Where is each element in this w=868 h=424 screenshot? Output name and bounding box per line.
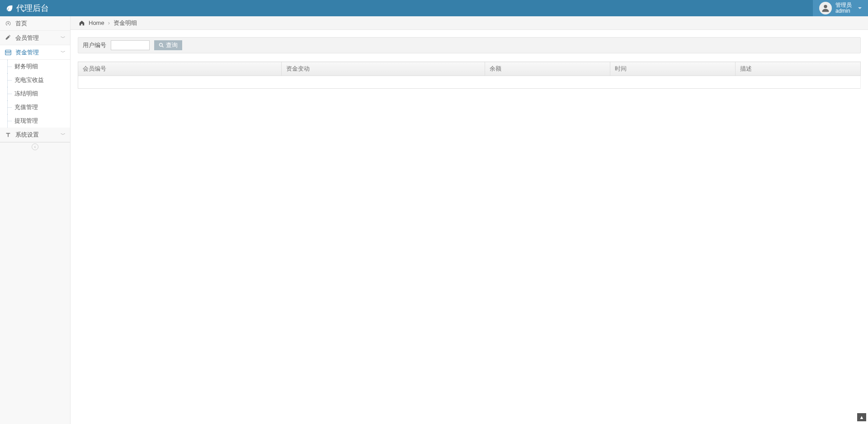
- chevron-down-icon: ﹀: [61, 131, 66, 138]
- col-fund-change: 资金变动: [282, 62, 485, 76]
- user-menu[interactable]: 管理员 admin: [813, 0, 868, 16]
- scroll-to-top-button[interactable]: ▲: [857, 413, 866, 421]
- sidebar-collapse-toggle[interactable]: ‹: [0, 142, 70, 151]
- submenu-item-label: 提现管理: [14, 117, 38, 125]
- svg-rect-5: [9, 52, 10, 53]
- funds-table: 会员编号 资金变动 余额 时间 描述: [78, 62, 861, 89]
- submenu-item-label: 冻结明细: [14, 90, 38, 98]
- sidebar: 首页 会员管理 ﹀ 资金管理 ﹀ 财务明细 充电宝收益 冻结明细 充值管理: [0, 16, 71, 424]
- submenu-item-label: 充电宝收益: [14, 76, 44, 84]
- home-icon: [79, 20, 85, 26]
- submenu-item-powerbank-income[interactable]: 充电宝收益: [0, 73, 70, 87]
- main: Home › 资金明细 用户编号 查询 会员编号 资金变动: [71, 16, 868, 424]
- empty-cell: [78, 76, 861, 89]
- filter-bar: 用户编号 查询: [78, 37, 861, 53]
- sidebar-item-funds[interactable]: 资金管理 ﹀: [0, 45, 70, 60]
- breadcrumb-current: 资金明细: [113, 19, 137, 27]
- col-description: 描述: [736, 62, 861, 76]
- submenu-item-finance-detail[interactable]: 财务明细: [0, 60, 70, 73]
- submenu-item-withdraw[interactable]: 提现管理: [0, 114, 70, 128]
- breadcrumb: Home › 资金明细: [71, 16, 868, 30]
- col-member-id: 会员编号: [78, 62, 282, 76]
- dashboard-icon: [5, 20, 12, 27]
- text-icon: [5, 131, 12, 138]
- sidebar-item-home[interactable]: 首页: [0, 16, 70, 31]
- submenu-item-frozen-detail[interactable]: 冻结明细: [0, 87, 70, 100]
- table-row: [78, 76, 861, 89]
- calendar-icon: [5, 49, 12, 56]
- submenu-item-label: 财务明细: [14, 62, 38, 71]
- leaf-icon: [5, 5, 13, 12]
- svg-line-7: [162, 46, 164, 48]
- sidebar-item-members[interactable]: 会员管理 ﹀: [0, 31, 70, 45]
- svg-point-0: [824, 5, 827, 8]
- brand: 代理后台: [0, 3, 49, 14]
- user-avatar-icon: [819, 2, 832, 14]
- breadcrumb-home[interactable]: Home: [89, 19, 104, 26]
- chevron-down-icon: [858, 7, 862, 9]
- sidebar-item-label: 会员管理: [15, 34, 61, 42]
- table-header-row: 会员编号 资金变动 余额 时间 描述: [78, 62, 861, 76]
- brand-title: 代理后台: [16, 3, 49, 14]
- chevron-down-icon: ﹀: [61, 49, 66, 56]
- chevron-down-icon: ﹀: [61, 34, 66, 41]
- sidebar-submenu-funds: 财务明细 充电宝收益 冻结明细 充值管理 提现管理: [0, 60, 70, 128]
- col-balance: 余额: [485, 62, 610, 76]
- search-button-label: 查询: [166, 41, 178, 49]
- user-meta: 管理员 admin: [835, 2, 852, 14]
- edit-icon: [5, 34, 12, 42]
- sidebar-item-label: 系统设置: [15, 131, 61, 139]
- svg-point-6: [160, 43, 163, 47]
- chevron-left-icon: ‹: [32, 143, 38, 150]
- header: 代理后台 管理员 admin: [0, 0, 868, 16]
- submenu-item-label: 充值管理: [14, 103, 38, 111]
- sidebar-item-label: 首页: [15, 19, 66, 28]
- filter-label-userid: 用户编号: [83, 41, 106, 49]
- sidebar-item-system[interactable]: 系统设置 ﹀: [0, 128, 70, 142]
- user-name: admin: [835, 8, 852, 14]
- chevron-up-icon: ▲: [859, 414, 864, 420]
- svg-rect-4: [8, 52, 9, 53]
- search-icon: [159, 43, 164, 48]
- submenu-item-recharge[interactable]: 充值管理: [0, 100, 70, 114]
- svg-rect-3: [6, 52, 7, 53]
- user-id-input[interactable]: [111, 40, 150, 50]
- sidebar-item-label: 资金管理: [15, 48, 61, 57]
- breadcrumb-separator: ›: [108, 19, 110, 26]
- col-time: 时间: [610, 62, 736, 76]
- search-button[interactable]: 查询: [154, 40, 182, 50]
